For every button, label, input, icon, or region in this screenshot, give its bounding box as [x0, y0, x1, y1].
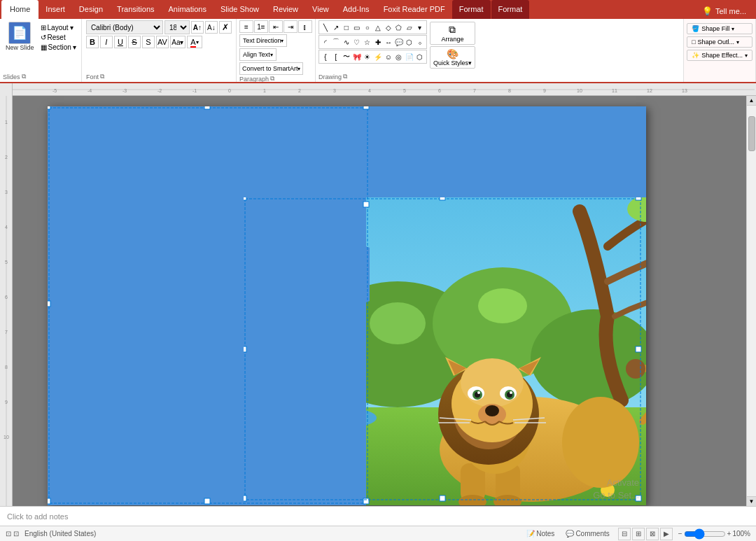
text-direction-button[interactable]: Text Direction▾: [239, 34, 288, 47]
shape-oval[interactable]: ○: [363, 22, 372, 32]
shape-parallelogram[interactable]: ▱: [405, 22, 414, 32]
font-color-button[interactable]: A ▾: [187, 36, 202, 48]
scroll-down-button[interactable]: ▼: [747, 496, 757, 506]
zoom-in-button[interactable]: +: [727, 530, 732, 538]
quick-styles-button[interactable]: 🎨 Quick Styles▾: [430, 46, 475, 69]
tab-design[interactable]: Design: [72, 0, 110, 19]
tab-addins[interactable]: Add-Ins: [336, 0, 377, 19]
tab-insert[interactable]: Insert: [38, 0, 72, 19]
shape-rect[interactable]: □: [342, 22, 351, 32]
comments-button[interactable]: 💬 Comments: [563, 529, 612, 538]
shape-bracket[interactable]: [: [331, 52, 341, 62]
shape-line[interactable]: ╲: [321, 22, 330, 32]
align-text-button[interactable]: Align Text▾: [239, 48, 276, 61]
change-case-button[interactable]: Aa▾: [170, 36, 186, 48]
scroll-thumb[interactable]: [748, 116, 755, 151]
slides-expand-icon[interactable]: ⧉: [22, 73, 26, 80]
text-shadow-button[interactable]: S: [142, 36, 155, 48]
shape-freeform[interactable]: ∿: [342, 37, 351, 47]
new-slide-button[interactable]: 📄 New Slide: [3, 20, 37, 53]
tab-view[interactable]: View: [305, 0, 336, 19]
notes-bar[interactable]: Click to add notes: [0, 506, 756, 526]
increase-indent-button[interactable]: ⇥: [284, 20, 298, 33]
numbering-button[interactable]: 1≡: [254, 20, 268, 33]
reset-button[interactable]: ↺ Reset: [38, 33, 78, 42]
font-expand-icon[interactable]: ⧉: [100, 73, 104, 80]
shape-cube[interactable]: ⬡: [415, 52, 425, 62]
bold-button[interactable]: B: [86, 36, 99, 48]
shape-double-arrow[interactable]: ↔: [384, 37, 393, 47]
tab-format1[interactable]: Format: [452, 0, 491, 19]
zoom-range[interactable]: [684, 531, 726, 537]
blue-shape[interactable]: [48, 106, 370, 505]
slideshow-button[interactable]: ▶: [660, 528, 673, 540]
shape-ribbon[interactable]: 🎀: [352, 52, 362, 62]
underline-button[interactable]: U: [114, 36, 127, 48]
spacing-button[interactable]: AV: [156, 36, 169, 48]
reading-view-button[interactable]: ⊠: [646, 528, 659, 540]
shape-effects-button[interactable]: ✨ Shape Effect... ▾: [687, 50, 752, 61]
shape-callout[interactable]: 💬: [394, 37, 404, 47]
shape-rounded-rect[interactable]: ▭: [352, 22, 362, 32]
shape-more2[interactable]: ⬦: [415, 37, 425, 47]
tab-animations[interactable]: Animations: [162, 0, 214, 19]
scrollbar-vertical[interactable]: ▲ ▼: [746, 96, 756, 506]
tab-review[interactable]: Review: [266, 0, 305, 19]
shape-wave[interactable]: 〜: [342, 52, 351, 62]
tab-slideshow[interactable]: Slide Show: [214, 0, 266, 19]
font-face-select[interactable]: Calibri (Body): [86, 20, 163, 34]
section-dropdown-icon: ▾: [73, 43, 76, 51]
decrease-indent-button[interactable]: ⇤: [269, 20, 283, 33]
shape-more[interactable]: ▾: [415, 22, 425, 32]
shape-star[interactable]: ☆: [363, 37, 372, 47]
shape-donut[interactable]: ◎: [394, 52, 404, 62]
clear-format-button[interactable]: ✗: [219, 21, 232, 34]
shape-curve[interactable]: ⌒: [331, 37, 341, 47]
arrange-button[interactable]: ⧉ Arrange: [430, 22, 475, 45]
tab-foxit[interactable]: Foxit Reader PDF: [377, 0, 452, 19]
slide-sorter-button[interactable]: ⊞: [632, 528, 645, 540]
tab-format2[interactable]: Format: [491, 0, 530, 19]
zoom-out-button[interactable]: −: [678, 530, 682, 538]
svg-text:-2: -2: [158, 88, 162, 93]
italic-button[interactable]: I: [100, 36, 113, 48]
tab-transitions[interactable]: Transitions: [110, 0, 161, 19]
zoom-slider[interactable]: − + 100%: [678, 530, 750, 538]
shape-folded[interactable]: 📄: [405, 52, 414, 62]
layout-button[interactable]: ⊞ Layout ▾: [38, 23, 78, 32]
increase-font-button[interactable]: A↑: [191, 21, 204, 34]
drawing-expand-icon[interactable]: ⧉: [343, 73, 347, 80]
convert-smartart-button[interactable]: Convert to SmartArt▾: [239, 62, 304, 75]
shape-outline-button[interactable]: □ Shape Outl... ▾: [687, 36, 752, 48]
font-size-select[interactable]: 18: [164, 20, 190, 34]
shape-sun[interactable]: ☀: [363, 52, 372, 62]
bullets-button[interactable]: ≡: [239, 20, 253, 33]
activate-watermark: Activate Go to Set...: [593, 477, 639, 502]
columns-button[interactable]: ⫿: [298, 20, 312, 33]
shape-triangle[interactable]: △: [373, 22, 383, 32]
shape-diamond[interactable]: ◇: [384, 22, 393, 32]
slide[interactable]: Activate Go to Set...: [48, 106, 646, 505]
section-button[interactable]: ▦ Section ▾: [38, 43, 78, 52]
paragraph-expand-icon[interactable]: ⧉: [270, 75, 274, 83]
shape-bolt[interactable]: ⚡: [373, 52, 383, 62]
status-slide-number: ⊡ ⊡: [6, 530, 19, 538]
svg-text:9: 9: [5, 400, 8, 405]
shape-brace[interactable]: {: [321, 52, 330, 62]
decrease-font-button[interactable]: A↓: [205, 21, 218, 34]
scroll-up-button[interactable]: ▲: [747, 96, 757, 106]
tab-home[interactable]: Home: [1, 0, 38, 19]
notes-button[interactable]: 📝 Notes: [524, 529, 557, 538]
tell-me[interactable]: 💡 Tell me...: [695, 3, 753, 19]
shape-custom[interactable]: ⬡: [405, 37, 414, 47]
normal-view-button[interactable]: ⊟: [618, 528, 631, 540]
shape-arc[interactable]: ◜: [321, 37, 330, 47]
shape-smiley[interactable]: ☺: [384, 52, 393, 62]
shape-arrow[interactable]: ↗: [331, 22, 341, 32]
ruler-vertical: 1 2 3 4 5 6 7 8 9 10: [0, 83, 13, 506]
shape-cross[interactable]: ✚: [373, 37, 383, 47]
shape-heart[interactable]: ♡: [352, 37, 362, 47]
shape-pentagon[interactable]: ⬠: [394, 22, 404, 32]
strikethrough-button[interactable]: S: [128, 36, 141, 48]
shape-fill-button[interactable]: 🪣 Shape Fill ▾: [687, 23, 752, 34]
